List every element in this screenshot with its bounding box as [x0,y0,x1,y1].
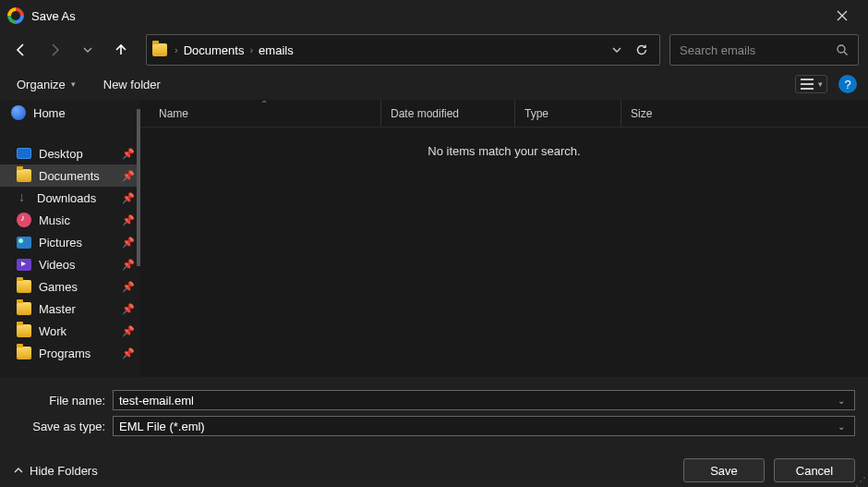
pin-icon: 📌 [122,214,135,226]
file-name-field[interactable]: ⌄ [113,390,855,410]
file-list: Name ⌃ Date modified Type Size No items … [140,100,868,377]
sidebar-item-label: Work [39,324,66,338]
svg-rect-2 [801,83,814,85]
list-view-icon [800,78,814,91]
breadcrumb-emails[interactable]: emails [255,43,297,57]
pin-icon: 📌 [122,303,135,315]
organize-label: Organize [17,78,66,91]
sidebar-item-downloads[interactable]: Downloads 📌 [0,187,140,209]
sidebar-item-work[interactable]: Work 📌 [0,320,140,342]
history-dropdown-icon[interactable] [611,44,622,55]
sidebar-item-label: Pictures [39,236,82,250]
back-button[interactable] [6,34,37,66]
search-input[interactable] [680,43,836,57]
toolbar: Organize ▾ New folder ▾ ? [0,68,868,100]
save-button-label: Save [710,464,738,478]
file-name-label: File name: [13,394,113,408]
search-box[interactable] [669,34,859,66]
file-name-input[interactable] [119,394,834,408]
sidebar-item-documents[interactable]: Documents 📌 [0,164,140,187]
chrome-icon [7,7,24,24]
empty-message: No items match your search. [140,128,868,158]
sidebar-item-home[interactable]: Home [0,102,140,124]
column-type-label: Type [524,107,549,120]
save-type-label: Save as type: [13,420,113,433]
sidebar-item-label: Downloads [37,191,96,205]
cancel-button[interactable]: Cancel [774,458,855,482]
sidebar-item-label: Home [33,106,66,120]
sidebar-item-music[interactable]: Music 📌 [0,209,140,231]
close-button[interactable] [824,2,861,30]
svg-rect-1 [801,79,814,80]
chevron-right-icon: › [247,44,255,55]
sidebar-item-desktop[interactable]: Desktop 📌 [0,142,140,164]
picture-icon [17,237,31,249]
column-headers: Name ⌃ Date modified Type Size [140,100,868,128]
chevron-right-icon: › [173,44,180,55]
nav-row: › Documents › emails [0,31,868,68]
help-button[interactable]: ? [838,75,857,93]
svg-rect-3 [801,88,814,90]
breadcrumb-documents[interactable]: Documents [180,43,248,57]
sidebar-item-games[interactable]: Games 📌 [0,275,140,298]
column-name[interactable]: Name ⌃ [140,100,380,127]
cancel-button-label: Cancel [796,464,833,478]
sidebar-item-pictures[interactable]: Pictures 📌 [0,231,140,253]
up-button[interactable] [105,34,137,66]
address-bar[interactable]: › Documents › emails [146,34,660,66]
chevron-down-icon[interactable]: ⌄ [834,421,849,432]
forward-button[interactable] [39,34,70,66]
column-size[interactable]: Size [621,100,694,127]
pin-icon: 📌 [122,325,135,337]
new-folder-label: New folder [103,78,161,91]
organize-menu[interactable]: Organize ▾ [11,74,81,95]
column-size-label: Size [631,107,652,120]
folder-icon [17,302,31,315]
pin-icon: 📌 [122,237,135,249]
sidebar-item-master[interactable]: Master 📌 [0,298,140,320]
sidebar-item-programs[interactable]: Programs 📌 [0,342,140,364]
home-icon [11,105,26,120]
help-icon: ? [844,78,850,91]
hide-folders-button[interactable]: Hide Folders [13,464,98,478]
sidebar-item-label: Documents [39,169,100,183]
column-date[interactable]: Date modified [380,100,514,127]
folder-icon [17,280,31,293]
column-name-label: Name [159,107,188,120]
sidebar: Home Desktop 📌 Documents 📌 Downloads 📌 M… [0,100,140,377]
sidebar-item-label: Games [39,280,78,294]
svg-point-0 [838,45,845,53]
window-title: Save As [31,9,76,23]
folder-icon [17,169,31,182]
save-type-value: EML File (*.eml) [119,420,205,433]
new-folder-button[interactable]: New folder [98,74,166,95]
folder-icon [152,43,167,56]
pin-icon: 📌 [122,347,135,359]
folder-icon [17,347,31,359]
view-options[interactable]: ▾ [795,75,827,93]
save-button[interactable]: Save [683,458,765,482]
title-bar: Save As [0,0,868,31]
music-icon [17,213,31,227]
sidebar-item-videos[interactable]: Videos 📌 [0,253,140,275]
recent-locations-button[interactable] [72,34,103,66]
column-type[interactable]: Type [514,100,621,127]
sort-indicator-icon: ⌃ [260,99,268,109]
sidebar-scrollbar[interactable] [137,109,140,266]
video-icon [17,259,31,271]
pin-icon: 📌 [122,192,135,204]
folder-icon [17,324,31,337]
chevron-up-icon [13,465,24,476]
sidebar-item-label: Programs [39,347,90,360]
sidebar-item-label: Master [39,302,76,316]
column-date-label: Date modified [391,107,459,120]
save-type-dropdown[interactable]: EML File (*.eml) ⌄ [113,416,855,436]
resize-grip[interactable]: ⋰ [855,478,866,485]
refresh-button[interactable] [635,43,648,56]
search-icon[interactable] [836,43,849,56]
pin-icon: 📌 [122,148,135,160]
main-area: Home Desktop 📌 Documents 📌 Downloads 📌 M… [0,100,868,377]
download-icon [17,191,30,204]
chevron-down-icon[interactable]: ⌄ [834,396,849,406]
sidebar-item-label: Music [39,213,70,227]
